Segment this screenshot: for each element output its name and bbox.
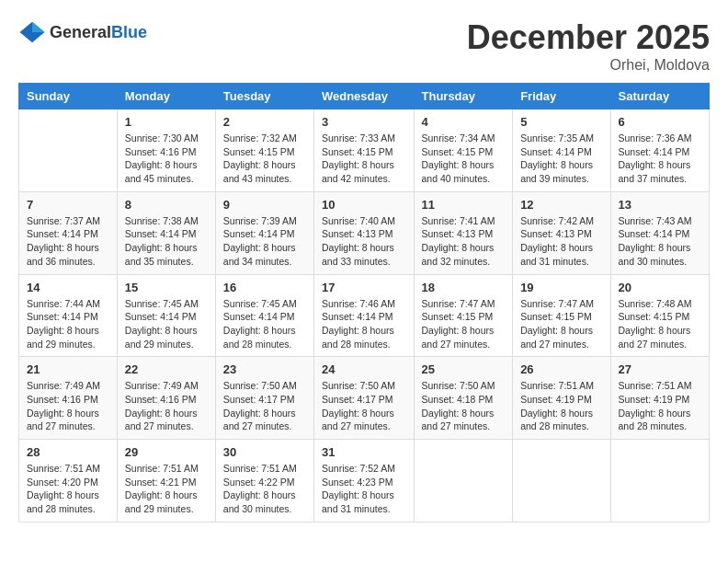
day-info: Sunrise: 7:47 AM Sunset: 4:15 PM Dayligh…: [422, 297, 506, 351]
day-number: 23: [223, 362, 306, 376]
day-number: 26: [520, 362, 602, 376]
day-info: Sunrise: 7:33 AM Sunset: 4:15 PM Dayligh…: [322, 132, 406, 186]
svg-marker-1: [32, 22, 45, 32]
calendar-weekday-tuesday: Tuesday: [215, 84, 313, 109]
calendar-cell: 12Sunrise: 7:42 AM Sunset: 4:13 PM Dayli…: [513, 191, 610, 274]
day-number: 20: [619, 281, 701, 294]
day-number: 12: [520, 198, 602, 212]
day-info: Sunrise: 7:36 AM Sunset: 4:14 PM Dayligh…: [619, 132, 701, 186]
calendar-cell: 16Sunrise: 7:45 AM Sunset: 4:14 PM Dayli…: [215, 274, 313, 357]
day-info: Sunrise: 7:51 AM Sunset: 4:19 PM Dayligh…: [619, 379, 701, 433]
calendar-weekday-saturday: Saturday: [610, 84, 709, 109]
location: Orhei, Moldova: [467, 57, 710, 74]
day-number: 3: [322, 115, 406, 129]
day-number: 8: [125, 198, 208, 212]
calendar-cell: 13Sunrise: 7:43 AM Sunset: 4:14 PM Dayli…: [610, 191, 709, 274]
calendar-cell: 4Sunrise: 7:34 AM Sunset: 4:15 PM Daylig…: [414, 109, 513, 192]
day-info: Sunrise: 7:48 AM Sunset: 4:15 PM Dayligh…: [619, 297, 701, 351]
calendar-cell: 5Sunrise: 7:35 AM Sunset: 4:14 PM Daylig…: [513, 109, 610, 192]
day-number: 17: [322, 281, 406, 294]
day-info: Sunrise: 7:44 AM Sunset: 4:14 PM Dayligh…: [27, 297, 109, 351]
day-number: 10: [322, 198, 406, 212]
calendar-cell: 17Sunrise: 7:46 AM Sunset: 4:14 PM Dayli…: [313, 274, 414, 357]
logo-text-general: General: [50, 23, 111, 41]
day-number: 22: [125, 362, 208, 376]
calendar-cell: 2Sunrise: 7:32 AM Sunset: 4:15 PM Daylig…: [215, 109, 313, 192]
calendar-week-row: 28Sunrise: 7:51 AM Sunset: 4:20 PM Dayli…: [19, 440, 710, 523]
day-info: Sunrise: 7:35 AM Sunset: 4:14 PM Dayligh…: [520, 132, 602, 186]
logo-text-blue: Blue: [111, 23, 147, 41]
calendar-cell: 31Sunrise: 7:52 AM Sunset: 4:23 PM Dayli…: [313, 440, 414, 523]
day-info: Sunrise: 7:49 AM Sunset: 4:16 PM Dayligh…: [27, 379, 109, 433]
day-number: 7: [27, 198, 109, 212]
day-info: Sunrise: 7:38 AM Sunset: 4:14 PM Dayligh…: [125, 214, 208, 269]
day-info: Sunrise: 7:45 AM Sunset: 4:14 PM Dayligh…: [223, 297, 306, 351]
day-number: 15: [125, 281, 208, 294]
calendar-week-row: 1Sunrise: 7:30 AM Sunset: 4:16 PM Daylig…: [19, 109, 710, 192]
calendar-header-row: SundayMondayTuesdayWednesdayThursdayFrid…: [19, 84, 710, 109]
calendar-cell: 15Sunrise: 7:45 AM Sunset: 4:14 PM Dayli…: [117, 274, 215, 357]
day-number: 11: [422, 198, 506, 212]
day-info: Sunrise: 7:39 AM Sunset: 4:14 PM Dayligh…: [223, 214, 306, 269]
day-info: Sunrise: 7:50 AM Sunset: 4:17 PM Dayligh…: [322, 379, 406, 433]
day-info: Sunrise: 7:46 AM Sunset: 4:14 PM Dayligh…: [322, 297, 406, 351]
day-number: 13: [619, 198, 701, 212]
day-info: Sunrise: 7:49 AM Sunset: 4:16 PM Dayligh…: [125, 379, 208, 433]
day-number: 14: [27, 281, 109, 294]
day-number: 25: [422, 362, 506, 376]
day-number: 28: [27, 445, 109, 459]
calendar-table: SundayMondayTuesdayWednesdayThursdayFrid…: [18, 83, 710, 523]
calendar-cell: 14Sunrise: 7:44 AM Sunset: 4:14 PM Dayli…: [19, 274, 118, 357]
month-title: December 2025: [467, 18, 710, 57]
calendar-cell: [610, 440, 709, 523]
page-header: GeneralBlue December 2025 Orhei, Moldova: [18, 18, 710, 74]
calendar-cell: 25Sunrise: 7:50 AM Sunset: 4:18 PM Dayli…: [414, 357, 513, 440]
calendar-cell: 28Sunrise: 7:51 AM Sunset: 4:20 PM Dayli…: [19, 440, 118, 523]
day-number: 1: [125, 115, 208, 129]
day-info: Sunrise: 7:42 AM Sunset: 4:13 PM Dayligh…: [520, 214, 602, 269]
calendar-cell: 1Sunrise: 7:30 AM Sunset: 4:16 PM Daylig…: [117, 109, 215, 192]
day-number: 31: [322, 445, 406, 459]
calendar-week-row: 7Sunrise: 7:37 AM Sunset: 4:14 PM Daylig…: [19, 191, 710, 274]
day-info: Sunrise: 7:50 AM Sunset: 4:17 PM Dayligh…: [223, 379, 306, 433]
calendar-weekday-monday: Monday: [117, 84, 215, 109]
calendar-week-row: 21Sunrise: 7:49 AM Sunset: 4:16 PM Dayli…: [19, 357, 710, 440]
day-number: 9: [223, 198, 306, 212]
day-number: 18: [422, 281, 506, 294]
calendar-cell: [513, 440, 610, 523]
day-number: 21: [27, 362, 109, 376]
calendar-cell: 6Sunrise: 7:36 AM Sunset: 4:14 PM Daylig…: [610, 109, 709, 192]
calendar-weekday-sunday: Sunday: [19, 84, 118, 109]
day-info: Sunrise: 7:51 AM Sunset: 4:20 PM Dayligh…: [27, 462, 109, 516]
calendar-cell: 7Sunrise: 7:37 AM Sunset: 4:14 PM Daylig…: [19, 191, 118, 274]
day-info: Sunrise: 7:41 AM Sunset: 4:13 PM Dayligh…: [422, 214, 506, 269]
calendar-cell: 9Sunrise: 7:39 AM Sunset: 4:14 PM Daylig…: [215, 191, 313, 274]
day-info: Sunrise: 7:47 AM Sunset: 4:15 PM Dayligh…: [520, 297, 602, 351]
day-info: Sunrise: 7:32 AM Sunset: 4:15 PM Dayligh…: [223, 132, 306, 186]
calendar-weekday-friday: Friday: [513, 84, 610, 109]
calendar-weekday-wednesday: Wednesday: [313, 84, 414, 109]
day-info: Sunrise: 7:37 AM Sunset: 4:14 PM Dayligh…: [27, 214, 109, 269]
day-number: 6: [619, 115, 701, 129]
calendar-cell: 29Sunrise: 7:51 AM Sunset: 4:21 PM Dayli…: [117, 440, 215, 523]
calendar-cell: 26Sunrise: 7:51 AM Sunset: 4:19 PM Dayli…: [513, 357, 610, 440]
day-number: 2: [223, 115, 306, 129]
logo-icon: [18, 18, 46, 46]
day-info: Sunrise: 7:52 AM Sunset: 4:23 PM Dayligh…: [322, 462, 406, 516]
calendar-cell: 11Sunrise: 7:41 AM Sunset: 4:13 PM Dayli…: [414, 191, 513, 274]
calendar-cell: 19Sunrise: 7:47 AM Sunset: 4:15 PM Dayli…: [513, 274, 610, 357]
calendar-cell: 21Sunrise: 7:49 AM Sunset: 4:16 PM Dayli…: [19, 357, 118, 440]
calendar-cell: [19, 109, 118, 192]
day-number: 27: [619, 362, 701, 376]
title-section: December 2025 Orhei, Moldova: [467, 18, 710, 74]
day-number: 24: [322, 362, 406, 376]
calendar-cell: 30Sunrise: 7:51 AM Sunset: 4:22 PM Dayli…: [215, 440, 313, 523]
day-info: Sunrise: 7:51 AM Sunset: 4:19 PM Dayligh…: [520, 379, 602, 433]
calendar-cell: 23Sunrise: 7:50 AM Sunset: 4:17 PM Dayli…: [215, 357, 313, 440]
calendar-cell: [414, 440, 513, 523]
calendar-cell: 24Sunrise: 7:50 AM Sunset: 4:17 PM Dayli…: [313, 357, 414, 440]
calendar-cell: 20Sunrise: 7:48 AM Sunset: 4:15 PM Dayli…: [610, 274, 709, 357]
day-number: 5: [520, 115, 602, 129]
day-number: 19: [520, 281, 602, 294]
calendar-cell: 8Sunrise: 7:38 AM Sunset: 4:14 PM Daylig…: [117, 191, 215, 274]
